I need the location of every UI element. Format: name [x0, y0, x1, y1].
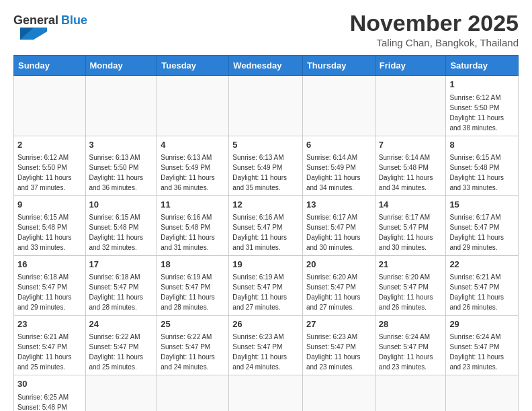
- calendar-day-cell: 8Sunrise: 6:15 AMSunset: 5:48 PMDaylight…: [446, 136, 519, 195]
- calendar-day-cell: 1Sunrise: 6:12 AMSunset: 5:50 PMDaylight…: [446, 76, 519, 136]
- calendar-day-cell: [375, 375, 446, 411]
- calendar-day-cell: [302, 375, 375, 411]
- calendar-week-row: 16Sunrise: 6:18 AMSunset: 5:47 PMDayligh…: [14, 255, 519, 315]
- day-number: 16: [17, 259, 82, 271]
- calendar-day-cell: 4Sunrise: 6:13 AMSunset: 5:49 PMDaylight…: [157, 136, 229, 195]
- day-info: Sunrise: 6:16 AMSunset: 5:47 PMDaylight:…: [232, 212, 299, 253]
- calendar-day-cell: 15Sunrise: 6:17 AMSunset: 5:47 PMDayligh…: [446, 195, 519, 255]
- calendar-day-cell: 22Sunrise: 6:21 AMSunset: 5:47 PMDayligh…: [446, 255, 519, 315]
- day-info: Sunrise: 6:13 AMSunset: 5:49 PMDaylight:…: [232, 152, 299, 193]
- day-number: 12: [232, 199, 299, 211]
- weekday-header-saturday: Saturday: [446, 56, 519, 76]
- day-info: Sunrise: 6:18 AMSunset: 5:47 PMDaylight:…: [17, 272, 82, 312]
- day-number: 5: [232, 139, 299, 151]
- day-number: 11: [161, 199, 225, 211]
- day-number: 14: [379, 199, 443, 211]
- day-info: Sunrise: 6:12 AMSunset: 5:50 PMDaylight:…: [449, 93, 515, 133]
- calendar-day-cell: 10Sunrise: 6:15 AMSunset: 5:48 PMDayligh…: [85, 195, 157, 255]
- calendar-day-cell: 27Sunrise: 6:23 AMSunset: 5:47 PMDayligh…: [302, 316, 375, 375]
- month-title: November 2025: [350, 11, 519, 36]
- calendar-day-cell: 12Sunrise: 6:16 AMSunset: 5:47 PMDayligh…: [229, 195, 303, 255]
- calendar-day-cell: 3Sunrise: 6:13 AMSunset: 5:50 PMDaylight…: [85, 136, 157, 195]
- day-number: 17: [89, 259, 154, 271]
- weekday-header-tuesday: Tuesday: [157, 56, 229, 76]
- day-number: 24: [89, 318, 154, 330]
- calendar-day-cell: [85, 76, 157, 136]
- weekday-header-wednesday: Wednesday: [229, 56, 303, 76]
- day-info: Sunrise: 6:25 AMSunset: 5:48 PMDaylight:…: [17, 392, 82, 411]
- calendar-day-cell: 16Sunrise: 6:18 AMSunset: 5:47 PMDayligh…: [14, 255, 86, 315]
- logo: General Blue: [13, 11, 87, 40]
- calendar-day-cell: 30Sunrise: 6:25 AMSunset: 5:48 PMDayligh…: [14, 375, 86, 411]
- day-number: 8: [449, 139, 515, 151]
- day-info: Sunrise: 6:13 AMSunset: 5:50 PMDaylight:…: [89, 152, 154, 193]
- calendar-day-cell: [157, 76, 229, 136]
- calendar-day-cell: [375, 76, 446, 136]
- day-info: Sunrise: 6:19 AMSunset: 5:47 PMDaylight:…: [232, 272, 299, 312]
- day-number: 30: [17, 378, 82, 390]
- calendar-day-cell: 20Sunrise: 6:20 AMSunset: 5:47 PMDayligh…: [302, 255, 375, 315]
- day-number: 3: [89, 139, 154, 151]
- calendar-day-cell: [14, 76, 86, 136]
- calendar-week-row: 2Sunrise: 6:12 AMSunset: 5:50 PMDaylight…: [14, 136, 519, 195]
- day-number: 6: [306, 139, 371, 151]
- day-info: Sunrise: 6:21 AMSunset: 5:47 PMDaylight:…: [17, 332, 82, 372]
- day-info: Sunrise: 6:17 AMSunset: 5:47 PMDaylight:…: [306, 212, 371, 253]
- logo-icon: [13, 28, 47, 40]
- day-info: Sunrise: 6:14 AMSunset: 5:48 PMDaylight:…: [379, 152, 443, 193]
- page-header: General Blue November 2025 Taling Chan, …: [13, 11, 519, 48]
- day-number: 4: [161, 139, 225, 151]
- day-info: Sunrise: 6:23 AMSunset: 5:47 PMDaylight:…: [232, 332, 299, 372]
- calendar-day-cell: 11Sunrise: 6:16 AMSunset: 5:48 PMDayligh…: [157, 195, 229, 255]
- day-info: Sunrise: 6:22 AMSunset: 5:47 PMDaylight:…: [161, 332, 225, 372]
- calendar-day-cell: [229, 76, 303, 136]
- calendar-day-cell: 13Sunrise: 6:17 AMSunset: 5:47 PMDayligh…: [302, 195, 375, 255]
- calendar-week-row: 1Sunrise: 6:12 AMSunset: 5:50 PMDaylight…: [14, 76, 519, 136]
- day-info: Sunrise: 6:15 AMSunset: 5:48 PMDaylight:…: [17, 212, 82, 253]
- day-number: 26: [232, 318, 299, 330]
- calendar-day-cell: 6Sunrise: 6:14 AMSunset: 5:49 PMDaylight…: [302, 136, 375, 195]
- weekday-header-row: SundayMondayTuesdayWednesdayThursdayFrid…: [14, 56, 519, 76]
- day-number: 20: [306, 259, 371, 271]
- day-number: 9: [17, 199, 82, 211]
- calendar-day-cell: [85, 375, 157, 411]
- day-info: Sunrise: 6:22 AMSunset: 5:47 PMDaylight:…: [89, 332, 154, 372]
- day-number: 19: [232, 259, 299, 271]
- day-info: Sunrise: 6:21 AMSunset: 5:47 PMDaylight:…: [449, 272, 515, 312]
- calendar-day-cell: 21Sunrise: 6:20 AMSunset: 5:47 PMDayligh…: [375, 255, 446, 315]
- calendar-day-cell: 14Sunrise: 6:17 AMSunset: 5:47 PMDayligh…: [375, 195, 446, 255]
- calendar-day-cell: 2Sunrise: 6:12 AMSunset: 5:50 PMDaylight…: [14, 136, 86, 195]
- weekday-header-friday: Friday: [375, 56, 446, 76]
- day-number: 21: [379, 259, 443, 271]
- calendar-day-cell: [157, 375, 229, 411]
- day-info: Sunrise: 6:24 AMSunset: 5:47 PMDaylight:…: [449, 332, 515, 372]
- day-info: Sunrise: 6:16 AMSunset: 5:48 PMDaylight:…: [161, 212, 225, 253]
- day-number: 7: [379, 139, 443, 151]
- day-number: 13: [306, 199, 371, 211]
- calendar-day-cell: 24Sunrise: 6:22 AMSunset: 5:47 PMDayligh…: [85, 316, 157, 375]
- day-info: Sunrise: 6:17 AMSunset: 5:47 PMDaylight:…: [449, 212, 515, 253]
- day-number: 18: [161, 259, 225, 271]
- day-number: 1: [449, 79, 515, 91]
- day-number: 15: [449, 199, 515, 211]
- calendar-week-row: 30Sunrise: 6:25 AMSunset: 5:48 PMDayligh…: [14, 375, 519, 411]
- title-section: November 2025 Taling Chan, Bangkok, Thai…: [350, 11, 519, 48]
- day-info: Sunrise: 6:24 AMSunset: 5:47 PMDaylight:…: [379, 332, 443, 372]
- calendar-day-cell: 25Sunrise: 6:22 AMSunset: 5:47 PMDayligh…: [157, 316, 229, 375]
- day-number: 29: [449, 318, 515, 330]
- day-info: Sunrise: 6:19 AMSunset: 5:47 PMDaylight:…: [161, 272, 225, 312]
- day-info: Sunrise: 6:20 AMSunset: 5:47 PMDaylight:…: [379, 272, 443, 312]
- calendar-week-row: 9Sunrise: 6:15 AMSunset: 5:48 PMDaylight…: [14, 195, 519, 255]
- logo-text-general: General: [13, 13, 58, 28]
- calendar-day-cell: 5Sunrise: 6:13 AMSunset: 5:49 PMDaylight…: [229, 136, 303, 195]
- calendar-week-row: 23Sunrise: 6:21 AMSunset: 5:47 PMDayligh…: [14, 316, 519, 375]
- day-number: 25: [161, 318, 225, 330]
- day-number: 23: [17, 318, 82, 330]
- calendar-day-cell: 18Sunrise: 6:19 AMSunset: 5:47 PMDayligh…: [157, 255, 229, 315]
- calendar-day-cell: 7Sunrise: 6:14 AMSunset: 5:48 PMDaylight…: [375, 136, 446, 195]
- day-number: 22: [449, 259, 515, 271]
- day-info: Sunrise: 6:13 AMSunset: 5:49 PMDaylight:…: [161, 152, 225, 193]
- location-title: Taling Chan, Bangkok, Thailand: [350, 37, 519, 48]
- calendar-day-cell: 29Sunrise: 6:24 AMSunset: 5:47 PMDayligh…: [446, 316, 519, 375]
- calendar-table: SundayMondayTuesdayWednesdayThursdayFrid…: [13, 55, 519, 411]
